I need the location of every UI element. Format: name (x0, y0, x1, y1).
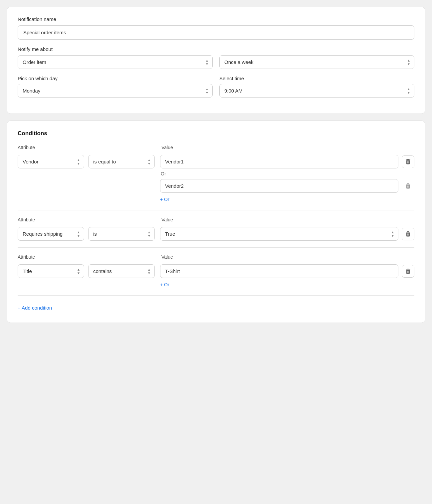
delete-btn-1b[interactable] (402, 180, 414, 192)
attribute-select-1[interactable]: Vendor Title Requires shipping (18, 155, 84, 168)
attr-label-1: Attribute (18, 145, 84, 150)
attribute-select-wrapper-1: Vendor Title Requires shipping ▲▼ (18, 155, 84, 168)
value-select-2[interactable]: True False (160, 227, 398, 241)
add-or-btn-1[interactable]: + Or (160, 195, 414, 203)
attribute-select-wrapper-3: Title Vendor Requires shipping ▲▼ (18, 264, 84, 278)
value-row-1a (160, 155, 414, 168)
notify-row: Order item Order Product ▲ ▼ Once a week… (18, 55, 414, 69)
value-label-2: Value (161, 217, 414, 222)
value-row-1b (160, 179, 414, 193)
frequency-select-wrapper: Once a week Once a day Real-time ▲ ▼ (219, 55, 414, 69)
value-row-3a (160, 264, 414, 278)
time-select-wrapper: 9:00 AM 10:00 AM 11:00 AM ▲ ▼ (219, 84, 414, 98)
operator-select-1[interactable]: is equal to is not equal to contains (88, 155, 155, 168)
value-input-1a[interactable] (160, 155, 398, 168)
frequency-select[interactable]: Once a week Once a day Real-time (219, 55, 414, 69)
time-select[interactable]: 9:00 AM 10:00 AM 11:00 AM (219, 84, 414, 98)
condition-row-1: Vendor Title Requires shipping ▲▼ is equ… (18, 155, 414, 203)
value-block-3: + Or (160, 264, 414, 289)
operator-select-wrapper-2: is is not ▲▼ (88, 227, 155, 241)
add-condition-label: + Add condition (18, 305, 52, 311)
attribute-select-3[interactable]: Title Vendor Requires shipping (18, 264, 84, 278)
condition-row-2: Requires shipping Vendor Title ▲▼ is is … (18, 227, 414, 241)
notification-card: Notification name Notify me about Order … (7, 7, 425, 114)
conditions-title: Conditions (18, 130, 414, 137)
time-field: Select time 9:00 AM 10:00 AM 11:00 AM ▲ … (219, 76, 414, 98)
conditions-card: Conditions Attribute Value Vendor Title … (7, 121, 425, 323)
notify-about-field: Order item Order Product ▲ ▼ (18, 55, 213, 69)
value-input-1b[interactable] (160, 179, 398, 193)
divider-1 (18, 210, 414, 210)
operator-select-3[interactable]: contains is equal to is not equal to (88, 264, 155, 278)
delete-btn-2[interactable] (402, 228, 414, 240)
delete-btn-3a[interactable] (402, 265, 414, 278)
trash-icon-3a (405, 268, 411, 274)
day-field: Pick on which day Monday Tuesday Wednesd… (18, 76, 213, 98)
condition-row-3: Title Vendor Requires shipping ▲▼ contai… (18, 264, 414, 289)
notification-name-input[interactable] (18, 25, 414, 40)
value-block-1: Or + Or (160, 155, 414, 203)
value-select-wrapper-2: True False ▲▼ (160, 227, 398, 241)
frequency-field: Once a week Once a day Real-time ▲ ▼ (219, 55, 414, 69)
value-input-3a[interactable] (160, 264, 398, 278)
operator-select-wrapper-3: contains is equal to is not equal to ▲▼ (88, 264, 155, 278)
day-time-row: Pick on which day Monday Tuesday Wednesd… (18, 76, 414, 98)
attribute-select-2[interactable]: Requires shipping Vendor Title (18, 227, 84, 241)
value-label-3: Value (161, 254, 414, 260)
day-label: Pick on which day (18, 76, 213, 81)
divider-2 (18, 247, 414, 248)
notify-me-label: Notify me about (18, 46, 414, 52)
trash-icon-2 (405, 231, 411, 237)
or-label-1: Or (160, 171, 414, 176)
trash-icon-1a (405, 159, 411, 165)
delete-btn-1a[interactable] (402, 155, 414, 168)
day-select[interactable]: Monday Tuesday Wednesday Thursday Friday (18, 84, 213, 98)
trash-icon-1b (405, 183, 411, 189)
attr-label-2: Attribute (18, 217, 84, 222)
day-select-wrapper: Monday Tuesday Wednesday Thursday Friday… (18, 84, 213, 98)
time-label: Select time (219, 76, 414, 81)
operator-select-2[interactable]: is is not (88, 227, 155, 241)
attr-label-3: Attribute (18, 254, 84, 260)
notification-name-label: Notification name (18, 16, 414, 22)
operator-select-wrapper-1: is equal to is not equal to contains ▲▼ (88, 155, 155, 168)
value-label-1: Value (161, 145, 414, 150)
value-row-2: True False ▲▼ (160, 227, 414, 241)
value-block-2: True False ▲▼ (160, 227, 414, 241)
add-or-btn-3[interactable]: + Or (160, 281, 414, 289)
add-condition-button[interactable]: + Add condition (18, 302, 52, 313)
notify-about-select-wrapper: Order item Order Product ▲ ▼ (18, 55, 213, 69)
divider-3 (18, 295, 414, 296)
attribute-select-wrapper-2: Requires shipping Vendor Title ▲▼ (18, 227, 84, 241)
notify-about-select[interactable]: Order item Order Product (18, 55, 213, 69)
